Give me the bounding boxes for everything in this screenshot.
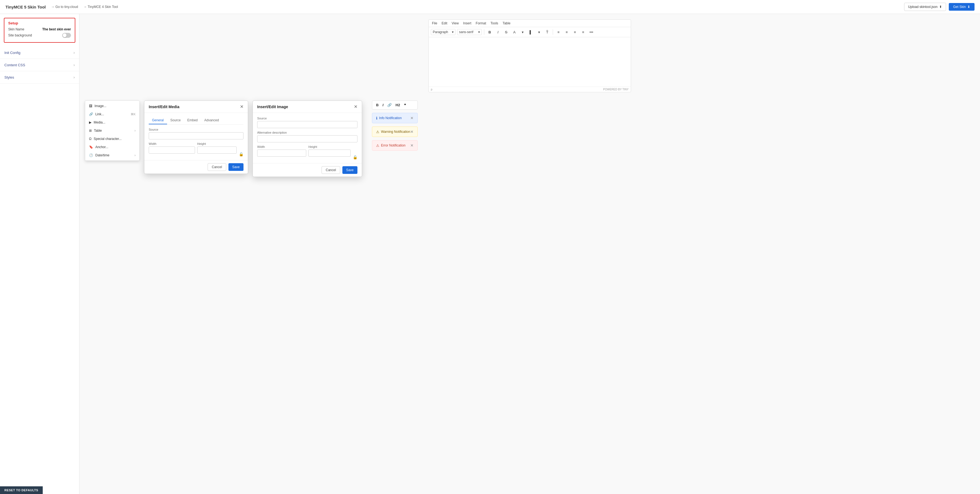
align-center-button[interactable]: ≡: [563, 29, 570, 35]
info-notification: ℹ Info Notification ✕: [372, 113, 418, 123]
image-dimensions-row: Width Height 🔒: [257, 145, 358, 159]
get-skin-button[interactable]: Get Skin ⬇: [949, 3, 975, 11]
init-config-label: Init Config: [5, 51, 21, 55]
content-css-label: Content CSS: [5, 63, 25, 67]
dialog-media-body: General Source Embed Advanced Source Wid…: [144, 113, 248, 160]
font-select[interactable]: sans-serif ▾: [457, 29, 482, 35]
error-notification-close[interactable]: ✕: [410, 143, 414, 148]
powered-by: POWERED BY TINY: [603, 88, 628, 91]
dialog-media-tabs: General Source Embed Advanced: [149, 117, 243, 125]
skin-name-label: Skin Name: [8, 27, 24, 31]
skin-name-value: The best skin ever: [42, 27, 71, 31]
media-source-input[interactable]: [149, 132, 243, 140]
inline-italic-button[interactable]: I: [381, 102, 385, 108]
ctx-image-label: Image...: [94, 104, 106, 108]
image-height-label: Height: [309, 145, 351, 148]
nav-link-tinymce4[interactable]: TinyMCE 4 Skin Tool: [84, 5, 118, 9]
dialog-image-header: Insert/Edit Image ✕: [253, 101, 362, 113]
warning-icon: ⚠: [376, 130, 379, 134]
image-height-input[interactable]: [309, 149, 351, 157]
inline-blockquote-button[interactable]: ❝: [403, 102, 407, 108]
ctx-table[interactable]: ⊞ Table ›: [85, 127, 139, 135]
image-source-label: Source: [257, 117, 358, 120]
inline-link-button[interactable]: 🔗: [386, 102, 393, 108]
chevron-right-icon: ›: [73, 63, 75, 67]
dialog-image-close-button[interactable]: ✕: [354, 104, 358, 109]
menu-view[interactable]: View: [452, 21, 459, 25]
chevron-down-icon: ▾: [452, 30, 453, 34]
upload-icon: ⬆: [939, 5, 942, 9]
chevron-down-icon[interactable]: ▾: [519, 29, 526, 35]
editor-body[interactable]: [429, 37, 631, 87]
ctx-anchor[interactable]: 🔖 Anchor...: [85, 143, 139, 151]
menu-format[interactable]: Format: [476, 21, 486, 25]
ctx-link[interactable]: 🔗 Link... ⌘K: [85, 110, 139, 118]
menu-insert[interactable]: Insert: [463, 21, 471, 25]
align-left-button[interactable]: ≡: [555, 29, 562, 35]
image-alt-input[interactable]: [257, 135, 358, 142]
chevron-down-icon2[interactable]: ▾: [536, 29, 542, 35]
warning-notification-close[interactable]: ✕: [410, 130, 414, 134]
image-width-input[interactable]: [257, 149, 306, 157]
upload-skintool-button[interactable]: Upload skintool.json ⬆: [904, 3, 946, 11]
dialog-media-close-button[interactable]: ✕: [240, 104, 243, 109]
styles-label: Styles: [5, 75, 14, 79]
align-justify-button[interactable]: ≡: [580, 29, 586, 35]
inline-h2-button[interactable]: H2: [395, 102, 401, 108]
ctx-image[interactable]: 🖼 Image...: [85, 102, 139, 110]
separator: [484, 29, 484, 35]
ctx-datetime[interactable]: 🕐 Date/time ›: [85, 151, 139, 159]
dimensions-row: Width Height 🔒: [149, 142, 243, 156]
ctx-media[interactable]: ▶ Media...: [85, 118, 139, 127]
menu-tools[interactable]: Tools: [490, 21, 498, 25]
strikethrough-button[interactable]: S: [503, 29, 509, 35]
header-left: TinyMCE 5 Skin Tool Go to tiny.cloud Tin…: [5, 5, 118, 9]
menu-edit[interactable]: Edit: [442, 21, 447, 25]
site-background-row: Site background: [8, 33, 71, 38]
media-cancel-button[interactable]: Cancel: [208, 163, 226, 171]
download-icon: ⬇: [967, 5, 970, 9]
site-background-label: Site background: [8, 33, 32, 37]
editor-wrapper: File Edit View Insert Format Tools Table…: [428, 19, 631, 92]
tab-embed[interactable]: Embed: [184, 117, 201, 124]
reset-defaults-button[interactable]: RESET TO DEFAULTS: [0, 486, 43, 494]
tab-general[interactable]: General: [149, 117, 167, 124]
align-right-button[interactable]: ≡: [572, 29, 578, 35]
datetime-icon: 🕐: [89, 153, 93, 157]
media-width-input[interactable]: [149, 146, 195, 154]
dialog-image-title: Insert/Edit Image: [257, 105, 288, 109]
info-notification-close[interactable]: ✕: [410, 116, 414, 120]
image-source-input[interactable]: [257, 121, 358, 128]
sidebar-item-content-css[interactable]: Content CSS ›: [0, 59, 79, 71]
tab-advanced[interactable]: Advanced: [201, 117, 222, 124]
ctx-special-char[interactable]: Ω Special character...: [85, 135, 139, 143]
site-background-toggle[interactable]: [62, 33, 71, 38]
inline-bold-button[interactable]: B: [375, 102, 380, 108]
italic-button[interactable]: I: [495, 29, 501, 35]
main-layout: Setup Skin Name The best skin ever Site …: [0, 14, 980, 494]
tab-source[interactable]: Source: [167, 117, 184, 124]
menu-table[interactable]: Table: [503, 21, 511, 25]
toggle-knob: [63, 33, 67, 37]
setup-section: Setup Skin Name The best skin ever Site …: [4, 18, 75, 43]
sidebar-item-styles[interactable]: Styles ›: [0, 71, 79, 84]
bold-button[interactable]: B: [487, 29, 493, 35]
sidebar-item-init-config[interactable]: Init Config ›: [0, 46, 79, 59]
overlays-row: 🖼 Image... 🔗 Link... ⌘K ▶ Media...: [85, 100, 975, 177]
insert-edit-image-dialog: Insert/Edit Image ✕ Source Alternative d…: [253, 100, 362, 177]
nav-link-tiny-cloud[interactable]: Go to tiny.cloud: [51, 5, 78, 9]
highlight-button[interactable]: ▌: [528, 29, 534, 35]
ctx-media-label: Media...: [94, 121, 105, 124]
ctx-anchor-label: Anchor...: [95, 145, 108, 149]
link-icon: 🔗: [89, 112, 93, 116]
image-cancel-button[interactable]: Cancel: [321, 166, 340, 174]
superscript-button[interactable]: T̄: [544, 29, 550, 35]
info-notification-label: Info Notification: [379, 116, 402, 120]
paragraph-select[interactable]: Paragraph ▾: [431, 29, 455, 35]
media-save-button[interactable]: Save: [228, 163, 243, 171]
menu-file[interactable]: File: [432, 21, 437, 25]
media-height-input[interactable]: [197, 146, 237, 154]
image-save-button[interactable]: Save: [342, 166, 358, 174]
more-button[interactable]: •••: [588, 29, 595, 35]
font-color-button[interactable]: A: [511, 29, 518, 35]
